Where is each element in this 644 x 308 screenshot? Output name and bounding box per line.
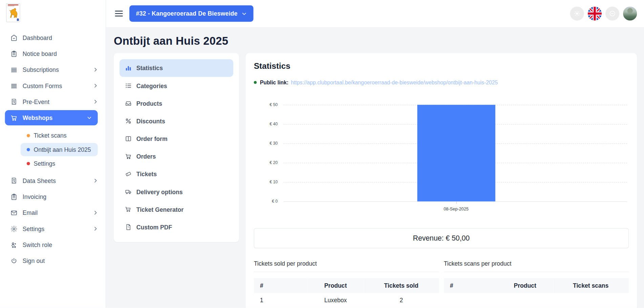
sidebar-item-email[interactable]: Email — [0, 205, 106, 221]
cart-outline-icon — [125, 206, 132, 213]
sidebar-subitem-ticket-scans[interactable]: Ticket scans — [21, 129, 98, 142]
page-title: Ontbijt aan Huis 2025 — [114, 35, 637, 48]
section-title: Tickets sold per product — [254, 260, 439, 272]
cell-tickets-sold: 2 — [364, 293, 439, 307]
y-axis-tick: € 20 — [270, 160, 278, 164]
ticket-icon — [125, 170, 132, 178]
tickets-sold-table: # Product Tickets sold 1 Luxebox 2 — [254, 278, 439, 307]
percent-icon — [125, 117, 132, 125]
plot-area: 08-Sep-2025 — [283, 105, 629, 201]
sidebar-item-settings[interactable]: Settings — [0, 221, 106, 237]
user-avatar[interactable] — [623, 6, 637, 20]
tab-label: Statistics — [136, 65, 163, 71]
organisation-selector-label: #32 - Kangoeroeraad De Biesweide — [136, 10, 238, 17]
switch-role-icon — [10, 241, 18, 248]
clipboard-icon — [10, 50, 18, 57]
language-selector-button[interactable] — [588, 6, 602, 20]
sidebar-item-subscriptions[interactable]: Subscriptions — [0, 62, 106, 78]
app-window: Dashboard Notice board Subscriptions — [0, 0, 644, 308]
hamburger-menu-icon[interactable] — [115, 9, 123, 18]
sidebar-nav: Dashboard Notice board Subscriptions — [0, 26, 106, 269]
sidebar-item-webshops[interactable]: Webshops — [5, 110, 98, 125]
tab-ticket-generator[interactable]: Ticket Generator — [120, 201, 233, 218]
organisation-selector-button[interactable]: #32 - Kangoeroeraad De Biesweide — [129, 5, 254, 22]
sidebar-item-label: Email — [23, 209, 38, 216]
main-content: Ontbijt aan Huis 2025 Statistics Categor… — [106, 27, 644, 308]
column-header: Tickets sold — [364, 278, 439, 293]
webshops-submenu: Ticket scans Ontbijt aan Huis 2025 Setti… — [0, 126, 106, 172]
table-row: 1 Luxebox 2 — [254, 293, 439, 307]
blue-bullet-icon — [27, 148, 30, 151]
tab-label: Custom PDF — [136, 224, 172, 230]
tab-delivery-options[interactable]: Delivery options — [120, 183, 233, 201]
y-axis-tick: € 10 — [270, 179, 278, 184]
tab-statistics[interactable]: Statistics — [120, 59, 233, 77]
tab-label: Discounts — [136, 118, 165, 124]
sidebar-subitem-label: Ticket scans — [34, 132, 66, 139]
cart-icon — [10, 114, 18, 122]
tab-categories[interactable]: Categories — [120, 77, 233, 95]
sidebar-item-invoicing[interactable]: Invoicing — [0, 189, 106, 205]
sidebar-item-data-sheets[interactable]: Data Sheets — [0, 172, 106, 188]
column-header: # — [444, 278, 497, 293]
tab-tickets[interactable]: Tickets — [120, 165, 233, 183]
file-pdf-icon — [125, 223, 132, 231]
orange-bullet-icon — [27, 134, 30, 137]
tab-orders[interactable]: Orders — [120, 147, 233, 165]
power-icon — [10, 257, 18, 265]
cart-icon — [125, 153, 132, 160]
tab-label: Categories — [136, 82, 167, 89]
tab-custom-pdf[interactable]: Custom PDF — [120, 218, 233, 236]
tab-label: Order form — [136, 136, 168, 142]
chevron-down-icon — [87, 115, 92, 121]
sidebar-subitem-ontbijt-aan-huis-2025[interactable]: Ontbijt aan Huis 2025 — [21, 143, 98, 156]
public-link-url[interactable]: https://app.clubportaal.be/kangoeroerraa… — [291, 79, 498, 85]
sidebar-item-custom-forms[interactable]: Custom Forms — [0, 78, 106, 94]
tab-products[interactable]: Products — [120, 95, 233, 112]
sidebar-item-pre-event[interactable]: Pre-Event — [0, 94, 106, 110]
list-icon — [10, 66, 18, 74]
sidebar-item-label: Notice board — [23, 50, 57, 57]
column-header: Product — [307, 278, 364, 293]
tickets-sold-section: Tickets sold per product # Product Ticke… — [254, 260, 439, 307]
y-axis-tick: € 30 — [270, 141, 278, 145]
sidebar-subitem-label: Settings — [34, 160, 55, 167]
status-menu-button[interactable] — [605, 6, 619, 20]
club-logo[interactable] — [6, 3, 20, 22]
list-icon — [10, 82, 18, 89]
sidebar-item-label: Pre-Event — [23, 99, 49, 105]
table-header-row: # Product Tickets sold — [254, 278, 439, 293]
revenue-text: Revenue: € 50,00 — [413, 234, 470, 242]
product-tables: Tickets sold per product # Product Ticke… — [254, 260, 629, 307]
sidebar-item-label: Subscriptions — [23, 66, 59, 73]
sidebar-item-label: Invoicing — [23, 193, 47, 200]
sidebar: Dashboard Notice board Subscriptions — [0, 0, 106, 308]
theme-toggle-button[interactable] — [570, 6, 584, 20]
tab-label: Delivery options — [136, 188, 183, 195]
sun-icon — [573, 10, 581, 17]
chevron-right-icon — [93, 226, 98, 231]
y-axis-tick: € 0 — [272, 199, 278, 203]
logo-text-lines — [8, 4, 19, 7]
revenue-chart: € 50 € 40 € 30 € 20 € 10 € 0 08-Sep-2025 — [254, 99, 629, 218]
sidebar-item-dashboard[interactable]: Dashboard — [0, 29, 106, 45]
y-axis-tick: € 40 — [270, 121, 278, 126]
sidebar-subitem-settings[interactable]: Settings — [21, 157, 98, 170]
receipt-icon — [10, 177, 18, 184]
top-bar: #32 - Kangoeroeraad De Biesweide — [106, 0, 644, 27]
sidebar-item-label: Webshops — [23, 115, 53, 121]
clipboard-icon — [10, 193, 18, 201]
sidebar-item-notice-board[interactable]: Notice board — [0, 46, 106, 62]
chevron-right-icon — [93, 99, 98, 104]
tab-discounts[interactable]: Discounts — [120, 112, 233, 130]
table-header-row: # Product Ticket scans — [444, 278, 629, 293]
revenue-summary: Revenue: € 50,00 — [254, 228, 629, 248]
revenue-bar[interactable] — [417, 105, 495, 201]
y-axis-tick: € 50 — [270, 102, 278, 106]
chevron-right-icon — [93, 210, 98, 215]
webshop-menu-card: Statistics Categories Products — [114, 53, 239, 242]
sidebar-item-switch-role[interactable]: Switch role — [0, 237, 106, 253]
sidebar-item-sign-out[interactable]: Sign out — [0, 253, 106, 269]
truck-icon — [125, 188, 132, 196]
tab-order-form[interactable]: Order form — [120, 130, 233, 147]
